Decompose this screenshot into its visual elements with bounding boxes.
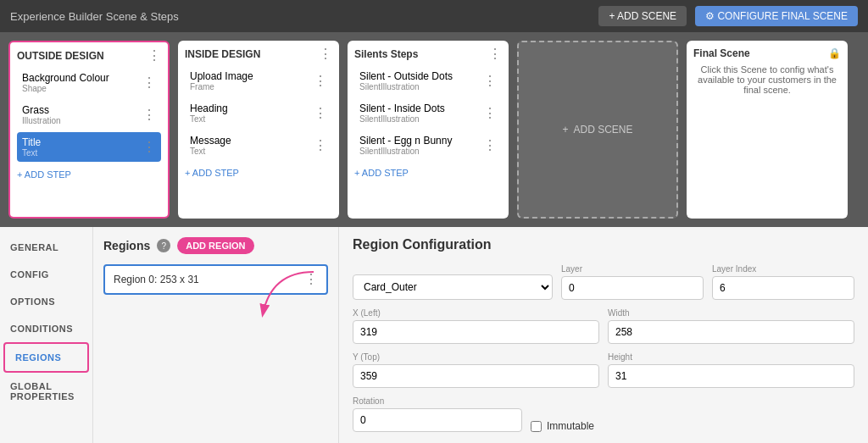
left-nav: GENERAL CONFIG OPTIONS CONDITIONS REGION… [0, 227, 93, 443]
config-title: Region Configuration [353, 237, 854, 252]
add-step-button[interactable]: + ADD STEP [17, 169, 161, 180]
step-message[interactable]: Message Text ⋮ [185, 130, 332, 160]
step-subtitle: Illustration [22, 116, 61, 125]
nav-item-regions[interactable]: REGIONS [3, 342, 89, 373]
step-options-icon[interactable]: ⋮ [142, 108, 156, 122]
nav-item-options[interactable]: OPTIONS [0, 288, 92, 315]
step-options-icon[interactable]: ⋮ [483, 139, 497, 152]
add-step-button[interactable]: + ADD STEP [185, 168, 332, 178]
height-input[interactable] [608, 364, 854, 388]
layer-select[interactable]: Card_Outer [353, 274, 553, 300]
lock-icon: 🔒 [828, 47, 841, 59]
layer-label: Layer [561, 264, 704, 274]
rotation-label: Rotation [353, 396, 522, 406]
plus-icon: + [562, 124, 568, 136]
scene-options-icon[interactable]: ⋮ [147, 49, 161, 63]
page-title: Experience Builder Scene & Steps [10, 10, 179, 23]
step-name: Grass [22, 104, 61, 116]
step-subtitle: Text [22, 148, 41, 158]
step-upload-image[interactable]: Upload Image Frame ⋮ [185, 66, 332, 96]
add-step-button[interactable]: + ADD STEP [354, 168, 502, 178]
final-scene-description: Click this Scene to config what's availa… [693, 64, 841, 95]
scene-options-icon[interactable]: ⋮ [319, 47, 332, 61]
width-field: Width [608, 308, 854, 344]
step-subtitle: Frame [190, 82, 253, 91]
step-subtitle: SilentIllustration [359, 147, 452, 156]
help-icon[interactable]: ? [157, 239, 170, 252]
immutable-label: Immutable [547, 420, 594, 432]
scene-card-final[interactable]: Final Scene 🔒 Click this Scene to config… [687, 41, 848, 219]
step-title[interactable]: Title Text ⋮ [17, 132, 161, 162]
scene-header: OUTSIDE DESIGN ⋮ [17, 49, 161, 63]
region-item[interactable]: Region 0: 253 x 31 ⋮ [103, 264, 328, 295]
rotation-input[interactable] [353, 408, 522, 432]
step-options-icon[interactable]: ⋮ [314, 139, 327, 152]
scene-card-outside-design[interactable]: OUTSIDE DESIGN ⋮ Background Colour Shape… [8, 41, 170, 219]
form-row-rotation: Rotation Immutable [353, 396, 854, 432]
immutable-checkbox[interactable] [531, 421, 542, 432]
scene-card-inside-design[interactable]: INSIDE DESIGN ⋮ Upload Image Frame ⋮ Hea… [178, 41, 339, 219]
x-field: X (Left) [353, 308, 599, 344]
step-silent-egg-bunny[interactable]: Silent - Egg n Bunny SilentIllustration … [354, 130, 502, 160]
nav-item-general[interactable]: GENERAL [0, 234, 92, 261]
form-row-y-height: Y (Top) Height [353, 352, 854, 388]
step-options-icon[interactable]: ⋮ [314, 75, 327, 88]
nav-item-config[interactable]: CONFIG [0, 261, 92, 288]
layer-index-input[interactable] [712, 276, 854, 300]
immutable-checkbox-row: Immutable [531, 420, 594, 432]
step-heading[interactable]: Heading Text ⋮ [185, 98, 332, 128]
nav-item-global-properties[interactable]: GLOBAL PROPERTIES [0, 373, 92, 410]
step-subtitle: SilentIllustration [359, 82, 453, 91]
configure-final-button[interactable]: ⚙ CONFIGURE FINAL SCENE [695, 6, 858, 26]
scene-options-icon[interactable]: ⋮ [488, 47, 502, 61]
scenes-area: OUTSIDE DESIGN ⋮ Background Colour Shape… [0, 32, 868, 443]
add-scene-button[interactable]: + ADD SCENE [598, 6, 687, 26]
step-name: Message [190, 135, 231, 147]
step-subtitle: SilentIllustration [359, 114, 445, 124]
main-layout: OUTSIDE DESIGN ⋮ Background Colour Shape… [0, 32, 868, 443]
step-grass[interactable]: Grass Illustration ⋮ [17, 100, 161, 130]
step-name: Background Colour [22, 72, 109, 84]
step-background-colour[interactable]: Background Colour Shape ⋮ [17, 68, 161, 97]
add-scene-dashed-card[interactable]: + ADD SCENE [517, 41, 678, 219]
add-scene-label: ADD SCENE [574, 124, 633, 136]
scene-header: Silents Steps ⋮ [354, 47, 502, 61]
form-row-x-width: X (Left) Width [353, 308, 854, 344]
layer-input[interactable] [561, 276, 704, 300]
final-scene-title: Final Scene [693, 47, 750, 59]
step-silent-inside-dots[interactable]: Silent - Inside Dots SilentIllustration … [354, 98, 502, 128]
layer-index-label: Layer Index [712, 264, 854, 274]
step-subtitle: Text [190, 147, 231, 156]
y-label: Y (Top) [353, 352, 599, 362]
scene-header: INSIDE DESIGN ⋮ [185, 47, 332, 61]
step-options-icon[interactable]: ⋮ [142, 141, 156, 154]
step-options-icon[interactable]: ⋮ [483, 75, 497, 88]
scenes-row: OUTSIDE DESIGN ⋮ Background Colour Shape… [0, 32, 868, 227]
regions-header: Regions ? ADD REGION [103, 237, 328, 254]
add-region-button[interactable]: ADD REGION [177, 237, 253, 254]
step-options-icon[interactable]: ⋮ [142, 76, 156, 90]
scene-title: INSIDE DESIGN [185, 48, 260, 60]
step-name: Silent - Inside Dots [359, 102, 445, 114]
step-subtitle: Shape [22, 84, 109, 93]
scene-title: OUTSIDE DESIGN [17, 50, 104, 62]
step-name: Silent - Outside Dots [359, 70, 453, 82]
y-field: Y (Top) [353, 352, 599, 388]
height-field: Height [608, 352, 854, 388]
y-input[interactable] [353, 364, 599, 388]
x-input[interactable] [353, 320, 599, 344]
region-options-icon[interactable]: ⋮ [304, 273, 318, 286]
nav-item-conditions[interactable]: CONDITIONS [0, 315, 92, 342]
step-name: Upload Image [190, 70, 253, 82]
step-silent-outside-dots[interactable]: Silent - Outside Dots SilentIllustration… [354, 66, 502, 96]
top-bar: Experience Builder Scene & Steps + ADD S… [0, 0, 868, 32]
height-label: Height [608, 352, 854, 362]
step-options-icon[interactable]: ⋮ [483, 107, 497, 120]
step-options-icon[interactable]: ⋮ [314, 107, 327, 120]
width-input[interactable] [608, 320, 854, 344]
step-subtitle: Text [190, 114, 228, 124]
layer-select-field: Card_Outer [353, 274, 553, 300]
scene-title: Silents Steps [354, 48, 418, 60]
step-name: Title [22, 136, 41, 148]
scene-card-silents-steps[interactable]: Silents Steps ⋮ Silent - Outside Dots Si… [348, 41, 509, 219]
